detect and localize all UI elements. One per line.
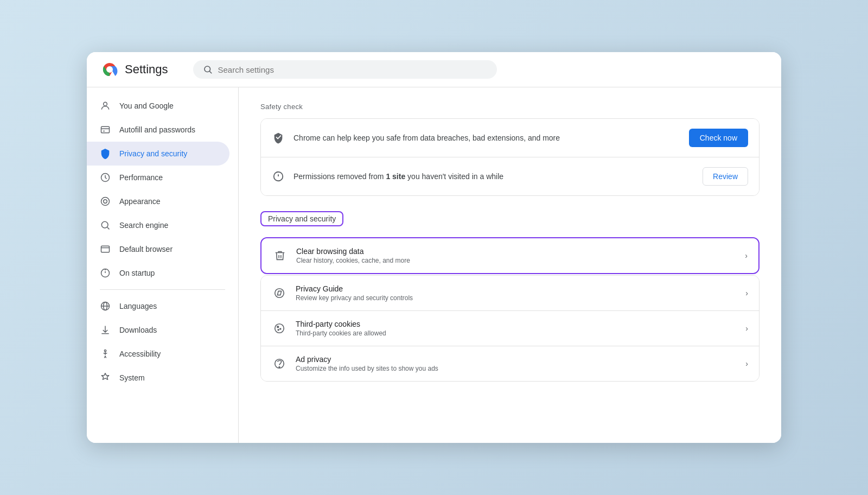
ad-privacy-item[interactable]: Ad privacy Customize the info used by si… <box>261 346 759 381</box>
main-layout: You and Google Autofill and passwords Pr… <box>87 87 781 443</box>
sidebar-label-languages: Languages <box>119 302 157 310</box>
sidebar-label-you-google: You and Google <box>119 101 174 110</box>
privacy-guide-subtitle: Review key privacy and security controls <box>296 294 737 302</box>
chevron-right-icon-3: › <box>745 324 748 333</box>
safety-check-title: Safety check <box>260 103 760 111</box>
sidebar-item-search-engine[interactable]: Search engine <box>87 213 229 237</box>
privacy-items-group: Privacy Guide Review key privacy and sec… <box>260 275 760 382</box>
sidebar-item-default-browser[interactable]: Default browser <box>87 237 229 261</box>
sidebar-label-on-startup: On startup <box>119 269 155 277</box>
sidebar-item-privacy[interactable]: Privacy and security <box>87 142 229 166</box>
clear-browsing-card[interactable]: Clear browsing data Clear history, cooki… <box>260 237 760 274</box>
sidebar-item-on-startup[interactable]: On startup <box>87 261 229 285</box>
sidebar-label-default-browser: Default browser <box>119 245 173 253</box>
startup-icon <box>100 268 111 278</box>
chevron-right-icon-4: › <box>745 359 748 368</box>
check-now-button[interactable]: Check now <box>689 129 748 147</box>
third-party-cookies-item[interactable]: Third-party cookies Third-party cookies … <box>261 310 759 346</box>
performance-icon <box>100 172 111 183</box>
third-party-cookies-subtitle: Third-party cookies are allowed <box>296 329 737 337</box>
sidebar-item-appearance[interactable]: Appearance <box>87 189 229 213</box>
logo-wrap: Settings <box>100 60 168 79</box>
sidebar-item-downloads[interactable]: Downloads <box>87 318 229 342</box>
clear-browsing-title: Clear browsing data <box>296 247 736 256</box>
content-area: Safety check Chrome can help keep you sa… <box>239 87 781 443</box>
sidebar-label-accessibility: Accessibility <box>119 350 161 358</box>
safety-row-2: Permissions removed from 1 site you have… <box>261 157 759 195</box>
appearance-icon <box>100 196 111 207</box>
info-icon <box>272 170 285 183</box>
sidebar-label-search-engine: Search engine <box>119 221 168 230</box>
search-bar <box>193 60 497 79</box>
chevron-right-icon: › <box>745 251 748 260</box>
accessibility-icon <box>100 348 111 359</box>
sidebar-label-system: System <box>119 373 145 382</box>
svg-point-1 <box>107 67 112 72</box>
sidebar-label-downloads: Downloads <box>119 326 157 334</box>
chevron-right-icon-2: › <box>745 289 748 297</box>
svg-point-10 <box>101 198 110 206</box>
shield-icon <box>100 148 111 159</box>
search-icon <box>203 65 213 74</box>
shield-check-icon <box>272 131 285 144</box>
review-button[interactable]: Review <box>703 167 748 186</box>
compass-icon <box>272 285 287 301</box>
cookie-icon <box>272 321 287 336</box>
privacy-section-label: Privacy and security <box>260 211 343 226</box>
sidebar-item-autofill[interactable]: Autofill and passwords <box>87 118 229 142</box>
sidebar-label-privacy: Privacy and security <box>119 149 187 158</box>
chrome-logo-icon <box>100 60 119 79</box>
svg-point-11 <box>101 221 108 228</box>
ad-privacy-subtitle: Customize the info used by sites to show… <box>296 365 737 372</box>
sidebar-divider <box>100 289 225 290</box>
svg-point-21 <box>104 350 106 352</box>
safety-row-2-text: Permissions removed from 1 site you have… <box>293 172 694 181</box>
system-icon <box>100 372 111 383</box>
sidebar-item-accessibility[interactable]: Accessibility <box>87 342 229 366</box>
ad-privacy-title: Ad privacy <box>296 355 737 364</box>
privacy-guide-item[interactable]: Privacy Guide Review key privacy and sec… <box>261 276 759 310</box>
sidebar-item-you-google[interactable]: You and Google <box>87 94 229 118</box>
globe-icon <box>100 301 111 312</box>
svg-rect-13 <box>101 246 110 252</box>
sidebar-label-performance: Performance <box>119 173 163 182</box>
svg-rect-5 <box>101 126 110 133</box>
search-input[interactable] <box>218 65 487 74</box>
privacy-guide-title: Privacy Guide <box>296 284 737 293</box>
search-engine-icon <box>100 220 111 231</box>
clear-browsing-item[interactable]: Clear browsing data Clear history, cooki… <box>261 238 758 273</box>
sidebar-item-languages[interactable]: Languages <box>87 294 229 318</box>
sidebar: You and Google Autofill and passwords Pr… <box>87 87 239 443</box>
svg-point-29 <box>280 328 281 329</box>
autofill-icon <box>100 124 111 135</box>
sidebar-label-appearance: Appearance <box>119 197 161 206</box>
clear-browsing-subtitle: Clear history, cookies, cache, and more <box>296 257 736 264</box>
safety-row-1-text: Chrome can help keep you safe from data … <box>293 134 680 142</box>
sidebar-item-performance[interactable]: Performance <box>87 166 229 189</box>
sidebar-label-autofill: Autofill and passwords <box>119 125 195 134</box>
svg-point-27 <box>275 324 284 333</box>
download-icon <box>100 325 111 335</box>
svg-marker-26 <box>277 291 281 295</box>
svg-line-3 <box>209 71 211 73</box>
sidebar-item-system[interactable]: System <box>87 366 229 390</box>
safety-row-1: Chrome can help keep you safe from data … <box>261 119 759 157</box>
svg-point-4 <box>104 102 107 106</box>
svg-point-25 <box>275 289 284 298</box>
svg-point-9 <box>104 200 107 204</box>
person-icon <box>100 100 111 111</box>
svg-point-30 <box>278 329 279 331</box>
header: Settings <box>87 52 781 87</box>
safety-check-card: Chrome can help keep you safe from data … <box>260 118 760 196</box>
settings-title: Settings <box>125 62 168 77</box>
settings-window: Settings You and Google Autofill and <box>87 52 781 443</box>
svg-line-12 <box>107 227 110 230</box>
svg-point-28 <box>277 326 279 328</box>
third-party-cookies-title: Third-party cookies <box>296 320 737 328</box>
svg-point-32 <box>279 367 280 368</box>
trash-icon <box>272 248 288 263</box>
browser-icon <box>100 244 111 255</box>
ad-privacy-icon <box>272 356 287 371</box>
